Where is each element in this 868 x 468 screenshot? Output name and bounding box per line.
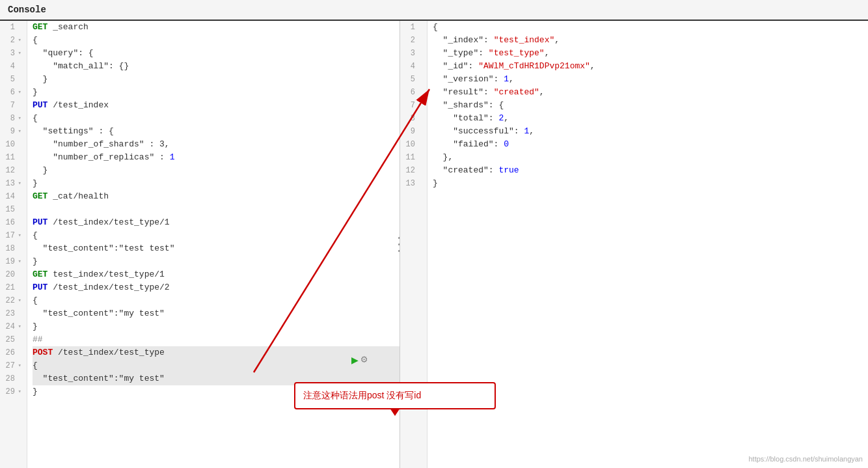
table-row: { [33, 359, 400, 372]
line-number: 9 [400, 125, 427, 138]
table-row: "_version": 1, [433, 73, 868, 86]
table-row: "number_of_replicas" : 1 [33, 151, 400, 164]
table-row: "_id": "AWlM_cTdHR1DPvp21omx", [433, 60, 868, 73]
table-row: "failed": 0 [433, 138, 868, 151]
line-number: 25 [0, 333, 27, 346]
table-row: GET _cat/health [33, 190, 400, 203]
line-number: 23 [0, 307, 27, 320]
table-row: "test_content":"my test" [33, 307, 400, 320]
table-row: "_shards": { [433, 99, 868, 112]
table-row: GET test_index/test_type/1 [33, 268, 400, 281]
table-row: } [33, 73, 400, 86]
line-number: 20 [0, 268, 27, 281]
line-number: 17▾ [0, 229, 27, 242]
table-row: } [33, 86, 400, 99]
play-button[interactable]: ▶ [351, 353, 359, 367]
line-number: 4 [400, 60, 427, 73]
table-row: PUT /test_index [33, 99, 400, 112]
table-row [33, 203, 400, 216]
line-number: 6▾ [0, 86, 27, 99]
line-number: 8 [400, 112, 427, 125]
line-number: 1 [400, 21, 427, 34]
table-row: "_index": "test_index", [433, 34, 868, 47]
line-number: 7▾ [400, 99, 427, 112]
title-bar: Console [0, 0, 868, 21]
annotation-text: 注意这种语法用post 没有写id [303, 390, 421, 400]
line-number: 5 [0, 73, 27, 86]
table-row: "match_all": {} [33, 60, 400, 73]
line-number: 8▾ [0, 112, 27, 125]
line-number: 9▾ [0, 125, 27, 138]
table-row: PUT /test_index/test_type/1 [33, 216, 400, 229]
table-row: PUT /test_index/test_type/2 [33, 281, 400, 294]
line-number: 11 [400, 151, 427, 164]
line-number: 16 [0, 216, 27, 229]
table-row: { [433, 21, 868, 34]
line-number: 12 [0, 164, 27, 177]
line-number: 7 [0, 99, 27, 112]
table-row: } [433, 177, 868, 190]
wrench-button[interactable]: ⚙ [361, 353, 368, 367]
table-row: "result": "created", [433, 86, 868, 99]
table-row: "total": 2, [433, 112, 868, 125]
line-number: 5 [400, 73, 427, 86]
table-row: POST /test_index/test_type [33, 346, 400, 359]
table-row: "number_of_shards" : 3, [33, 138, 400, 151]
table-row: "created": true [433, 164, 868, 177]
table-row: } [33, 320, 400, 333]
table-row: GET _search [33, 21, 400, 34]
line-number: 27▾ [0, 359, 27, 372]
line-number: 22▾ [0, 294, 27, 307]
line-number: 29▾ [0, 385, 27, 398]
line-number: 24▾ [0, 320, 27, 333]
table-row: { [33, 112, 400, 125]
console-title: Console [8, 5, 46, 15]
line-number: 6 [400, 86, 427, 99]
line-number: 4 [0, 60, 27, 73]
line-number: 15 [0, 203, 27, 216]
table-row: "settings" : { [33, 125, 400, 138]
table-row: "test_content":"test test" [33, 242, 400, 255]
table-row: } [33, 177, 400, 190]
line-number: 1 [0, 21, 27, 34]
table-row: "_type": "test_type", [433, 47, 868, 60]
table-row: }, [433, 151, 868, 164]
table-row: "query": { [33, 47, 400, 60]
table-row: ## [33, 333, 400, 346]
table-row: } [33, 255, 400, 268]
table-row: { [33, 229, 400, 242]
line-number: 26 [0, 346, 27, 359]
line-number: 12 [400, 164, 427, 177]
line-number: 2▾ [0, 34, 27, 47]
line-number: 13 [400, 177, 427, 190]
line-number: 21 [0, 281, 27, 294]
line-number: 10 [400, 138, 427, 151]
main-area: 1 2▾3▾4 5 6▾7 8▾9▾10 11 12 13▾14 15 16 1… [0, 21, 868, 468]
left-toolbar-icons: ▶ ⚙ [351, 353, 367, 367]
line-number: 13▾ [0, 177, 27, 190]
line-number: 10 [0, 138, 27, 151]
table-row: } [33, 164, 400, 177]
line-number: 19▾ [0, 255, 27, 268]
line-number: 14 [0, 190, 27, 203]
table-row: { [33, 294, 400, 307]
left-line-numbers: 1 2▾3▾4 5 6▾7 8▾9▾10 11 12 13▾14 15 16 1… [0, 21, 27, 468]
line-number: 18 [0, 242, 27, 255]
table-row: { [33, 34, 400, 47]
line-number: 2 [400, 34, 427, 47]
line-number: 3▾ [0, 47, 27, 60]
line-number: 28 [0, 372, 27, 385]
annotation-box: 注意这种语法用post 没有写id [294, 382, 496, 409]
table-row: "successful": 1, [433, 125, 868, 138]
watermark: https://blog.csdn.net/shuimolangyan [748, 455, 863, 463]
line-number: 3 [400, 47, 427, 60]
line-number: 11 [0, 151, 27, 164]
